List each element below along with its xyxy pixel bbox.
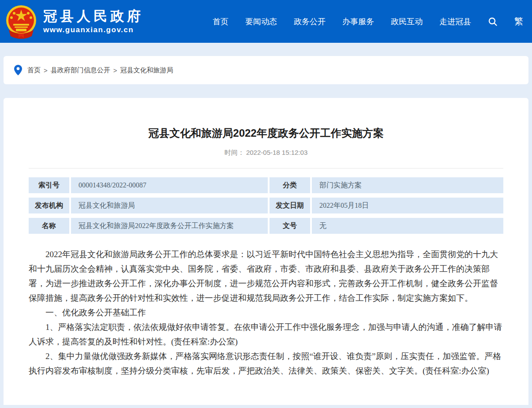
meta-label-issuing-agency: 发布机构 [29, 198, 69, 213]
article-paragraph: 2、集中力量做优做强政务新媒体，严格落实网络意识形态责任制，按照“谁开设、谁负责… [29, 349, 503, 378]
article-section-heading: 一、优化政务公开基础工作 [29, 305, 503, 320]
meta-value-title: 冠县文化和旅游局2022年度政务公开工作实施方案 [71, 218, 268, 234]
site-title-block: 冠县人民政府 www.guanxian.gov.cn [43, 8, 144, 34]
breadcrumb-item-dept-info[interactable]: 县政府部门信息公开 [51, 66, 110, 75]
breadcrumb: 首页 > 县政府部门信息公开 > 冠县文化和旅游局 [27, 66, 173, 75]
article-paragraph: 1、严格落实法定职责，依法依规做好依申请答复。在依申请公开工作中强化服务理念，加… [29, 320, 503, 349]
article-card: 冠县文化和旅游局2022年度政务公开工作实施方案 时间： 2022-05-18 … [4, 98, 528, 405]
nav-item-news[interactable]: 要闻动态 [245, 16, 277, 27]
national-emblem-icon [5, 4, 37, 40]
location-pin-icon [14, 65, 22, 75]
title-divider [29, 168, 503, 168]
meta-value-issuing-agency: 冠县文化和旅游局 [71, 198, 268, 213]
meta-label-category: 分类 [270, 177, 310, 193]
meta-value-category: 部门实施方案 [312, 177, 503, 193]
search-button[interactable] [488, 17, 498, 26]
article-body: 2022年冠县文化和旅游局政务公开工作的总体要求是：以习近平新时代中国特色社会主… [29, 247, 503, 378]
meta-value-doc-number: 无 [312, 218, 503, 234]
meta-label-doc-number: 文号 [270, 218, 310, 234]
meta-value-issue-date: 2022年05月18日 [312, 198, 503, 213]
meta-value-index-number: 000014348/2022-00087 [71, 177, 268, 193]
nav-item-interaction[interactable]: 政民互动 [391, 16, 423, 27]
search-icon [488, 17, 498, 26]
publish-time-label: 时间： [225, 149, 244, 156]
meta-label-issue-date: 发文日期 [270, 198, 310, 213]
publish-time: 时间： 2022-05-18 15:12:03 [29, 149, 503, 157]
site-header: 冠县人民政府 www.guanxian.gov.cn 首页 要闻动态 政务公开 … [0, 0, 532, 43]
breadcrumb-bar: 首页 > 县政府部门信息公开 > 冠县文化和旅游局 [4, 56, 528, 84]
breadcrumb-item-home[interactable]: 首页 [27, 66, 41, 75]
nav-item-gov-info[interactable]: 政务公开 [294, 16, 326, 27]
article-title: 冠县文化和旅游局2022年度政务公开工作实施方案 [29, 125, 503, 141]
traditional-chinese-toggle[interactable]: 繁 [514, 15, 523, 27]
site-logo[interactable]: 冠县人民政府 www.guanxian.gov.cn [5, 4, 144, 40]
main-nav: 首页 要闻动态 政务公开 办事服务 政民互动 走进冠县 繁 [213, 15, 527, 27]
breadcrumb-separator: > [113, 67, 117, 74]
meta-label-index-number: 索引号 [29, 177, 69, 193]
nav-item-home[interactable]: 首页 [213, 16, 229, 27]
breadcrumb-item-current: 冠县文化和旅游局 [120, 66, 173, 75]
nav-item-services[interactable]: 办事服务 [342, 16, 374, 27]
breadcrumb-separator: > [44, 67, 48, 74]
nav-item-about[interactable]: 走进冠县 [439, 16, 471, 27]
site-url: www.guanxian.gov.cn [43, 26, 144, 34]
document-meta-table: 索引号 000014348/2022-00087 分类 部门实施方案 发布机构 … [29, 177, 503, 234]
meta-label-title: 名称 [29, 218, 69, 234]
site-name: 冠县人民政府 [43, 8, 144, 24]
publish-time-value: 2022-05-18 15:12:03 [246, 149, 307, 156]
article-paragraph: 2022年冠县文化和旅游局政务公开工作的总体要求是：以习近平新时代中国特色社会主… [29, 247, 503, 305]
